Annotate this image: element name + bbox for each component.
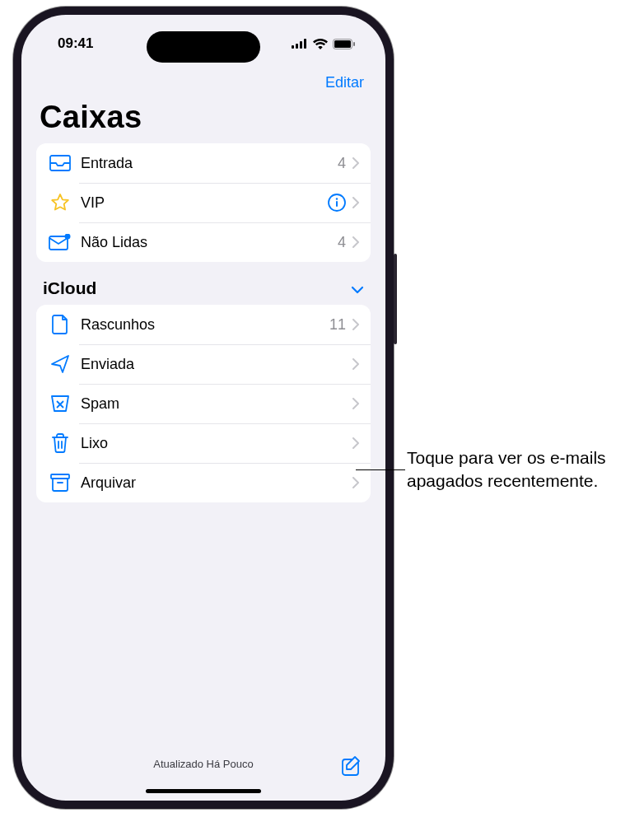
junk-icon bbox=[48, 395, 72, 413]
callout-text: Toque para ver os e-mails apagados recen… bbox=[407, 446, 637, 493]
svg-point-8 bbox=[336, 198, 338, 199]
wifi-icon bbox=[313, 39, 328, 49]
star-icon bbox=[48, 193, 72, 213]
mailbox-label: Entrada bbox=[81, 155, 338, 172]
page-title: Caixas bbox=[36, 98, 371, 143]
mailboxes-group: Entrada 4 VIP bbox=[36, 143, 371, 262]
chevron-right-icon bbox=[352, 358, 359, 370]
status-time: 09:41 bbox=[46, 35, 93, 52]
chevron-down-icon bbox=[351, 278, 364, 298]
screen: 09:41 Editar Caixas bbox=[21, 15, 385, 801]
nav-bar: Editar bbox=[36, 66, 371, 98]
mailbox-archive[interactable]: Arquivar bbox=[36, 463, 371, 502]
home-indicator bbox=[146, 789, 261, 793]
section-title: iCloud bbox=[43, 278, 96, 298]
chevron-right-icon bbox=[352, 319, 359, 330]
mailbox-label: Rascunhos bbox=[81, 316, 329, 334]
svg-rect-0 bbox=[292, 45, 294, 49]
mailbox-junk[interactable]: Spam bbox=[36, 384, 371, 423]
svg-rect-9 bbox=[336, 201, 338, 207]
mailbox-label: Spam bbox=[81, 395, 352, 413]
mailbox-count: 11 bbox=[329, 316, 346, 334]
svg-rect-1 bbox=[296, 44, 298, 49]
mailbox-label: Enviada bbox=[81, 356, 352, 373]
mailbox-drafts[interactable]: Rascunhos 11 bbox=[36, 305, 371, 344]
mailbox-sent[interactable]: Enviada bbox=[36, 344, 371, 384]
info-button[interactable] bbox=[328, 194, 346, 212]
cellular-icon bbox=[292, 39, 308, 49]
mailbox-unread[interactable]: Não Lidas 4 bbox=[36, 222, 371, 262]
phone-device-frame: 09:41 Editar Caixas bbox=[13, 7, 394, 809]
chevron-right-icon bbox=[352, 437, 359, 449]
mailbox-label: Arquivar bbox=[81, 474, 352, 492]
section-header-icloud[interactable]: iCloud bbox=[36, 262, 371, 305]
unread-icon bbox=[48, 234, 72, 250]
dynamic-island bbox=[147, 31, 260, 63]
svg-rect-2 bbox=[300, 41, 302, 49]
svg-rect-6 bbox=[353, 42, 355, 46]
chevron-right-icon bbox=[352, 197, 359, 208]
edit-button[interactable]: Editar bbox=[325, 74, 364, 91]
toolbar: Atualizado Há Pouco bbox=[21, 743, 385, 784]
inbox-icon bbox=[48, 155, 72, 171]
trash-icon bbox=[48, 433, 72, 453]
icloud-group: Rascunhos 11 Enviada Spam bbox=[36, 305, 371, 502]
archive-icon bbox=[48, 474, 72, 492]
mailbox-label: VIP bbox=[81, 194, 328, 212]
chevron-right-icon bbox=[352, 398, 359, 409]
toolbar-status: Atualizado Há Pouco bbox=[153, 758, 253, 770]
mailbox-vip[interactable]: VIP bbox=[36, 183, 371, 222]
mailbox-count: 4 bbox=[338, 155, 346, 172]
chevron-right-icon bbox=[352, 157, 359, 169]
sent-icon bbox=[48, 354, 72, 374]
mailbox-label: Não Lidas bbox=[81, 234, 338, 251]
svg-rect-12 bbox=[51, 474, 69, 479]
mailbox-label: Lixo bbox=[81, 435, 352, 452]
mailbox-count: 4 bbox=[338, 234, 346, 251]
drafts-icon bbox=[48, 315, 72, 334]
side-button bbox=[394, 254, 397, 344]
battery-icon bbox=[333, 39, 356, 49]
chevron-right-icon bbox=[352, 236, 359, 248]
svg-rect-3 bbox=[304, 39, 306, 49]
callout-line bbox=[356, 469, 405, 470]
mailbox-inbox[interactable]: Entrada 4 bbox=[36, 143, 371, 183]
mailbox-trash[interactable]: Lixo bbox=[36, 423, 371, 463]
compose-button[interactable] bbox=[341, 755, 362, 779]
svg-rect-5 bbox=[334, 40, 351, 48]
chevron-right-icon bbox=[352, 477, 359, 488]
